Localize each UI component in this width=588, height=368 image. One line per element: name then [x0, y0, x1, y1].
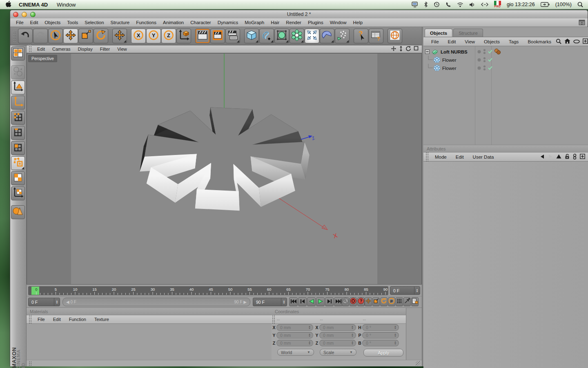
add-particle-system-button[interactable] — [335, 29, 350, 43]
keyboard-layout-flag[interactable]: PRO — [494, 1, 501, 8]
render-settings-button[interactable] — [225, 29, 240, 43]
spinner[interactable]: ▲▼ — [351, 341, 356, 345]
enabled-check-icon[interactable] — [488, 66, 492, 71]
go-to-end-button[interactable] — [334, 297, 343, 306]
play-forward-button[interactable] — [316, 297, 325, 306]
record-keyframe-button[interactable] — [342, 297, 349, 306]
window-title-bar[interactable]: Untitled 2 * — [10, 10, 588, 19]
objects-menu-file[interactable]: File — [427, 39, 443, 44]
home-icon[interactable] — [564, 38, 570, 45]
position-field-x[interactable]: 0 mm▲▼ — [276, 324, 313, 331]
tab-objects[interactable]: Objects — [425, 29, 452, 37]
keyframe-selection-button[interactable] — [403, 297, 411, 306]
attributes-menu-mode[interactable]: Mode — [430, 155, 451, 159]
texture-mode-button[interactable] — [11, 171, 25, 185]
points-mode-button[interactable] — [11, 111, 25, 125]
history-back-icon[interactable] — [540, 154, 545, 160]
live-selection-button[interactable] — [48, 29, 63, 43]
object-tree-row[interactable]: Flower — [423, 64, 588, 72]
spinner[interactable]: ▲▼ — [351, 325, 356, 330]
preview-range-slider[interactable]: ◀ 0 F 90 F ▶ — [62, 298, 250, 306]
materials-list-empty[interactable] — [27, 324, 287, 360]
render-view-button[interactable] — [195, 29, 210, 43]
size-field-z[interactable]: 0 mm▲▼ — [319, 340, 356, 346]
record-parameter-button[interactable]: P — [388, 297, 395, 306]
previous-frame-button[interactable] — [298, 297, 307, 306]
position-field-y[interactable]: 0 mm▲▼ — [276, 332, 313, 339]
texture-axis-mode-button[interactable] — [11, 186, 25, 200]
materials-menu-file[interactable]: File — [33, 317, 49, 322]
viewport-menu-cameras[interactable]: Cameras — [49, 47, 74, 52]
lock-icon[interactable] — [565, 154, 570, 160]
add-panel-icon[interactable] — [580, 154, 585, 160]
add-spline-button[interactable] — [259, 29, 274, 43]
enable-dot[interactable] — [477, 58, 481, 63]
spinner[interactable]: ▲▼ — [281, 298, 287, 306]
viewport-menu-view[interactable]: View — [114, 47, 131, 52]
add-hypernurbs-button[interactable] — [274, 29, 289, 43]
spinner[interactable]: ▲▼ — [414, 287, 420, 294]
tab-structure[interactable]: Structure — [453, 29, 483, 37]
edges-mode-button[interactable] — [11, 126, 25, 140]
materials-menu-texture[interactable]: Texture — [90, 317, 113, 322]
viewport-camera-label[interactable]: Perspective — [28, 55, 57, 62]
play-backward-button[interactable] — [307, 297, 316, 306]
app-menu-selection[interactable]: Selection — [81, 20, 107, 25]
viewport-menu-edit[interactable]: Edit — [33, 47, 49, 52]
panel-resize-handle[interactable] — [416, 361, 421, 366]
object-axis-mode-button[interactable] — [11, 96, 25, 110]
maximize-icon[interactable] — [414, 46, 419, 52]
spinner[interactable]: ▲▼ — [308, 333, 313, 337]
next-frame-button[interactable] — [325, 297, 334, 306]
enabled-check-icon[interactable] — [488, 49, 492, 54]
enable-dot[interactable] — [477, 66, 481, 71]
move-tool-button[interactable] — [63, 29, 78, 43]
objects-menu-objects[interactable]: Objects — [479, 39, 504, 44]
search-icon[interactable] — [556, 38, 561, 45]
enabled-check-icon[interactable] — [488, 58, 492, 63]
app-menu-mograph[interactable]: MoGraph — [241, 20, 267, 25]
history-forward-icon[interactable] — [548, 154, 553, 160]
redo-button[interactable] — [33, 29, 48, 43]
viewport-menu-display[interactable]: Display — [74, 47, 96, 52]
add-array-button[interactable] — [290, 29, 304, 43]
phone-icon[interactable] — [445, 2, 451, 7]
objects-menu-tags[interactable]: Tags — [504, 39, 523, 44]
attributes-empty-area[interactable] — [423, 162, 588, 368]
phong-tag-icon[interactable] — [494, 48, 501, 56]
key-options-button[interactable]: ? — [357, 297, 365, 306]
spinner[interactable]: ▲▼ — [394, 341, 399, 345]
app-menu-render[interactable]: Render — [283, 20, 305, 25]
app-menu-help[interactable]: Help — [350, 20, 366, 25]
rotate-view-icon[interactable] — [405, 46, 411, 52]
display-icon[interactable] — [412, 2, 418, 7]
rotate-tool-button[interactable] — [94, 29, 108, 43]
object-manager-tree[interactable]: Loft NURBS Flower Flower — [423, 46, 588, 145]
app-menu-hair[interactable]: Hair — [267, 20, 283, 25]
render-active-view-button[interactable] — [210, 29, 225, 43]
attributes-menu-edit[interactable]: Edit — [451, 155, 468, 159]
add-cube-primitive-button[interactable] — [244, 29, 259, 43]
autokeying-button[interactable] — [350, 297, 357, 306]
rotation-field-b[interactable]: 0 °▲▼ — [362, 340, 399, 346]
object-tree-row[interactable]: Loft NURBS — [423, 48, 588, 56]
volume-icon[interactable] — [469, 2, 475, 7]
size-mode-dropdown[interactable]: Scale▼ — [320, 349, 356, 356]
model-mode-button[interactable] — [11, 81, 25, 94]
object-name[interactable]: Flower — [442, 66, 457, 71]
objects-menu-bookmarks[interactable]: Bookmarks — [523, 39, 556, 44]
coordinate-system-dropdown[interactable]: World▼ — [277, 349, 314, 356]
app-menu-dynamics[interactable]: Dynamics — [214, 20, 241, 25]
viewport-menu-filter[interactable]: Filter — [96, 47, 114, 52]
app-menu-objects[interactable]: Objects — [41, 20, 64, 25]
app-menu-window[interactable]: Window — [327, 20, 350, 25]
app-menu-plugins[interactable]: Plugins — [305, 20, 327, 25]
lock-axis-x-button[interactable]: X — [131, 29, 146, 43]
dolly-icon[interactable] — [399, 46, 403, 52]
layout-switch-icon[interactable] — [579, 20, 585, 25]
object-tree-row[interactable]: Flower — [423, 56, 588, 64]
spinner[interactable]: ▲▼ — [394, 333, 399, 337]
object-name[interactable]: Loft NURBS — [441, 49, 468, 54]
lock-axis-z-button[interactable]: Z — [161, 29, 176, 43]
end-frame-field[interactable]: 90 F▲▼ — [253, 298, 287, 306]
